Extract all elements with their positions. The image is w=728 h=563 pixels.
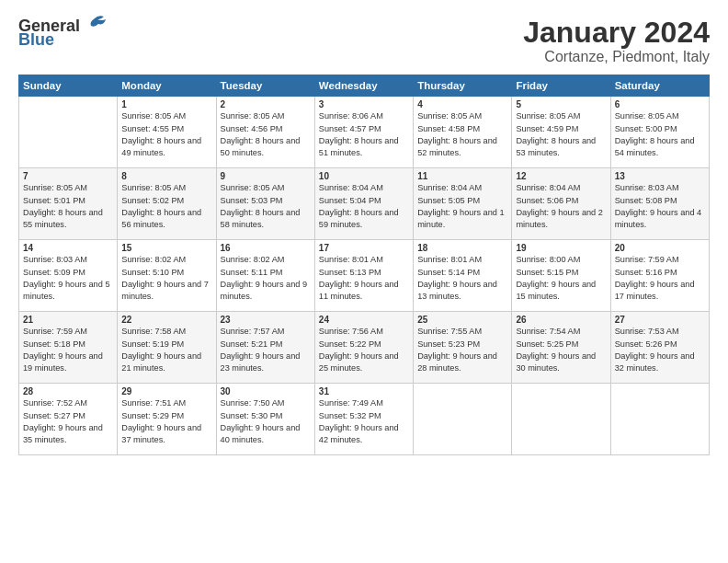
daylight-text: Daylight: 9 hours and 21 minutes.	[121, 351, 201, 373]
day-info: Sunrise: 7:52 AM Sunset: 5:27 PM Dayligh…	[23, 397, 113, 446]
day-info: Sunrise: 7:51 AM Sunset: 5:29 PM Dayligh…	[121, 397, 211, 446]
cell-4-6	[610, 384, 709, 455]
day-number: 18	[417, 243, 507, 253]
day-number: 8	[121, 171, 211, 181]
day-number: 25	[417, 315, 507, 325]
day-info: Sunrise: 7:59 AM Sunset: 5:18 PM Dayligh…	[23, 326, 113, 374]
daylight-text: Daylight: 9 hours and 17 minutes.	[615, 280, 695, 301]
day-number: 9	[221, 171, 311, 181]
logo-bird-icon	[82, 15, 108, 35]
sunrise-text: Sunrise: 8:05 AM	[516, 111, 580, 121]
cell-0-2: 2 Sunrise: 8:05 AM Sunset: 4:56 PM Dayli…	[216, 97, 314, 168]
sunset-text: Sunset: 5:23 PM	[417, 339, 480, 349]
sunrise-text: Sunrise: 7:51 AM	[121, 398, 186, 408]
cell-3-1: 22 Sunrise: 7:58 AM Sunset: 5:19 PM Dayl…	[118, 312, 216, 384]
sunset-text: Sunset: 5:27 PM	[23, 411, 85, 420]
daylight-text: Daylight: 8 hours and 50 minutes.	[221, 136, 301, 157]
daylight-text: Daylight: 8 hours and 58 minutes.	[221, 208, 301, 229]
day-info: Sunrise: 8:03 AM Sunset: 5:08 PM Dayligh…	[615, 182, 705, 231]
cell-3-5: 26 Sunrise: 7:54 AM Sunset: 5:25 PM Dayl…	[512, 312, 610, 384]
sunset-text: Sunset: 4:55 PM	[121, 124, 184, 133]
cell-2-2: 16 Sunrise: 8:02 AM Sunset: 5:11 PM Dayl…	[216, 240, 314, 312]
sunrise-text: Sunrise: 7:55 AM	[417, 327, 482, 336]
day-info: Sunrise: 8:05 AM Sunset: 4:58 PM Dayligh…	[417, 110, 507, 159]
header-friday: Friday	[512, 75, 610, 97]
sunrise-text: Sunrise: 8:06 AM	[319, 111, 383, 121]
title-block: January 2024 Cortanze, Piedmont, Italy	[523, 17, 710, 65]
day-number: 12	[516, 171, 606, 181]
daylight-text: Daylight: 9 hours and 15 minutes.	[516, 280, 596, 301]
sunrise-text: Sunrise: 7:59 AM	[615, 255, 679, 264]
sunrise-text: Sunrise: 7:56 AM	[319, 327, 383, 336]
sunset-text: Sunset: 5:10 PM	[121, 268, 184, 277]
day-info: Sunrise: 8:04 AM Sunset: 5:05 PM Dayligh…	[417, 182, 507, 231]
day-number: 4	[417, 99, 507, 109]
page: General Blue January 2024 Cortanze, Pied…	[0, 0, 728, 563]
sunrise-text: Sunrise: 8:01 AM	[417, 255, 482, 264]
day-info: Sunrise: 7:56 AM Sunset: 5:22 PM Dayligh…	[319, 326, 409, 374]
sunset-text: Sunset: 5:11 PM	[221, 268, 283, 277]
day-number: 10	[319, 171, 409, 181]
day-number: 27	[615, 315, 705, 325]
cell-0-0	[19, 97, 118, 168]
sunrise-text: Sunrise: 8:00 AM	[516, 255, 580, 264]
sunrise-text: Sunrise: 8:02 AM	[221, 255, 285, 264]
cell-1-3: 10 Sunrise: 8:04 AM Sunset: 5:04 PM Dayl…	[314, 168, 413, 240]
sunset-text: Sunset: 5:05 PM	[417, 196, 480, 205]
sunrise-text: Sunrise: 8:03 AM	[23, 255, 87, 264]
sunset-text: Sunset: 5:15 PM	[516, 268, 578, 277]
cell-3-6: 27 Sunrise: 7:53 AM Sunset: 5:26 PM Dayl…	[610, 312, 709, 384]
day-info: Sunrise: 8:02 AM Sunset: 5:10 PM Dayligh…	[121, 254, 211, 303]
cell-1-1: 8 Sunrise: 8:05 AM Sunset: 5:02 PM Dayli…	[118, 168, 216, 240]
calendar-table: Sunday Monday Tuesday Wednesday Thursday…	[18, 75, 710, 455]
header-sunday: Sunday	[19, 75, 118, 97]
sunset-text: Sunset: 5:16 PM	[615, 268, 677, 277]
cell-3-0: 21 Sunrise: 7:59 AM Sunset: 5:18 PM Dayl…	[19, 312, 118, 384]
day-number: 26	[516, 315, 606, 325]
cell-0-5: 5 Sunrise: 8:05 AM Sunset: 4:59 PM Dayli…	[512, 97, 610, 168]
sunset-text: Sunset: 4:59 PM	[516, 124, 578, 133]
cell-1-6: 13 Sunrise: 8:03 AM Sunset: 5:08 PM Dayl…	[610, 168, 709, 240]
sunset-text: Sunset: 5:29 PM	[121, 411, 184, 420]
daylight-text: Daylight: 9 hours and 40 minutes.	[221, 423, 301, 444]
day-number: 6	[615, 99, 705, 109]
day-info: Sunrise: 7:59 AM Sunset: 5:16 PM Dayligh…	[615, 254, 705, 303]
sunset-text: Sunset: 5:26 PM	[615, 339, 677, 349]
sunset-text: Sunset: 5:32 PM	[319, 411, 381, 420]
day-info: Sunrise: 7:54 AM Sunset: 5:25 PM Dayligh…	[516, 326, 606, 374]
week-row-1: 7 Sunrise: 8:05 AM Sunset: 5:01 PM Dayli…	[19, 168, 710, 240]
sunset-text: Sunset: 5:18 PM	[23, 339, 85, 349]
day-info: Sunrise: 8:05 AM Sunset: 5:03 PM Dayligh…	[221, 182, 311, 231]
day-info: Sunrise: 8:01 AM Sunset: 5:14 PM Dayligh…	[417, 254, 507, 303]
sunrise-text: Sunrise: 8:05 AM	[615, 111, 679, 121]
daylight-text: Daylight: 8 hours and 49 minutes.	[121, 136, 201, 157]
day-info: Sunrise: 8:05 AM Sunset: 4:55 PM Dayligh…	[121, 110, 211, 159]
week-row-2: 14 Sunrise: 8:03 AM Sunset: 5:09 PM Dayl…	[19, 240, 710, 312]
header: General Blue January 2024 Cortanze, Pied…	[18, 17, 710, 65]
day-number: 15	[121, 243, 211, 253]
day-info: Sunrise: 8:04 AM Sunset: 5:04 PM Dayligh…	[319, 182, 409, 231]
day-number: 21	[23, 315, 113, 325]
sunset-text: Sunset: 5:30 PM	[221, 411, 283, 420]
cell-0-3: 3 Sunrise: 8:06 AM Sunset: 4:57 PM Dayli…	[314, 97, 413, 168]
day-number: 30	[221, 386, 311, 396]
daylight-text: Daylight: 9 hours and 1 minute.	[417, 208, 505, 229]
cell-2-1: 15 Sunrise: 8:02 AM Sunset: 5:10 PM Dayl…	[118, 240, 216, 312]
day-number: 16	[221, 243, 311, 253]
cell-1-5: 12 Sunrise: 8:04 AM Sunset: 5:06 PM Dayl…	[512, 168, 610, 240]
daylight-text: Daylight: 9 hours and 11 minutes.	[319, 280, 399, 301]
sunset-text: Sunset: 5:00 PM	[615, 124, 677, 133]
sunrise-text: Sunrise: 8:05 AM	[23, 183, 87, 192]
day-number: 11	[417, 171, 507, 181]
day-number: 24	[319, 315, 409, 325]
day-number: 22	[121, 315, 211, 325]
sunset-text: Sunset: 5:13 PM	[319, 268, 381, 277]
cell-4-4	[414, 384, 512, 455]
cell-4-3: 31 Sunrise: 7:49 AM Sunset: 5:32 PM Dayl…	[314, 384, 413, 455]
cell-3-2: 23 Sunrise: 7:57 AM Sunset: 5:21 PM Dayl…	[216, 312, 314, 384]
day-number: 2	[221, 99, 311, 109]
sunset-text: Sunset: 5:25 PM	[516, 339, 578, 349]
header-thursday: Thursday	[414, 75, 512, 97]
daylight-text: Daylight: 9 hours and 28 minutes.	[417, 351, 497, 373]
day-info: Sunrise: 7:49 AM Sunset: 5:32 PM Dayligh…	[319, 397, 409, 446]
